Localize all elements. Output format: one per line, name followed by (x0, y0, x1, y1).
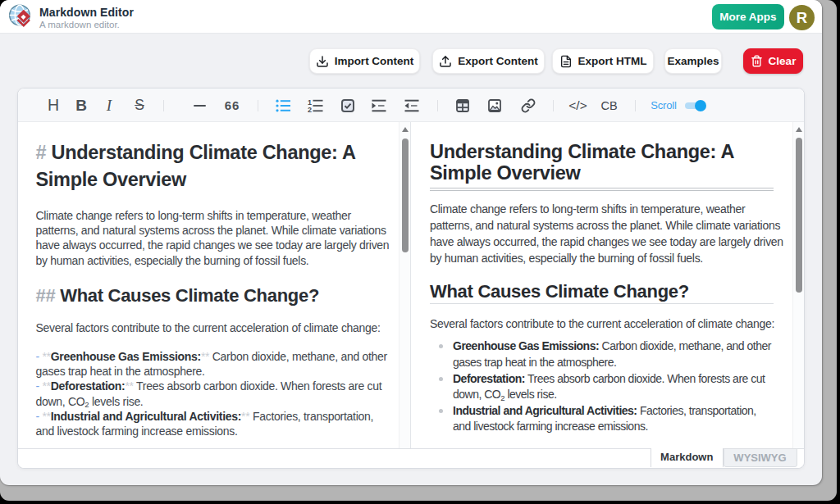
svg-text:2: 2 (308, 106, 312, 113)
